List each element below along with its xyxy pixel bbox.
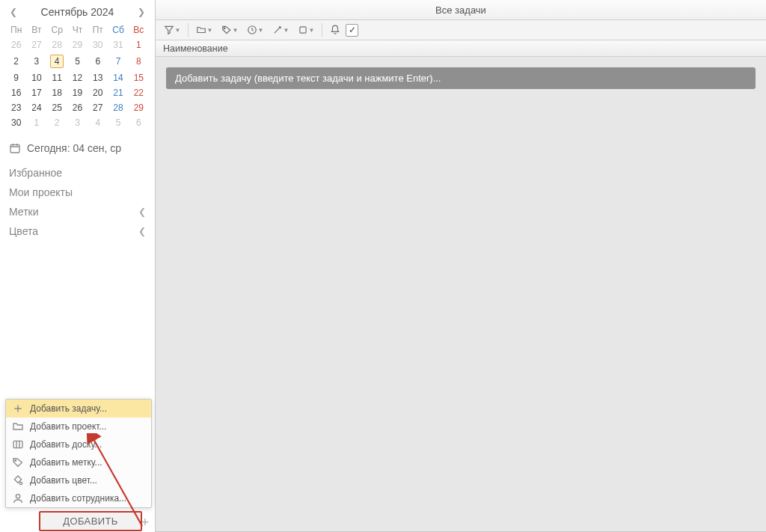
nav-projects[interactable]: Мои проекты: [0, 183, 155, 202]
cal-day[interactable]: 13: [88, 70, 108, 85]
ctx-item-label: Добавить метку...: [30, 457, 102, 468]
cal-day[interactable]: 27: [26, 37, 46, 52]
column-header[interactable]: Наименование: [156, 40, 766, 57]
nav-tags[interactable]: Метки ❮: [0, 202, 155, 221]
time-button[interactable]: ▼: [243, 22, 267, 38]
svg-point-2: [15, 459, 16, 461]
caret-down-icon: ▼: [258, 27, 264, 34]
cal-day[interactable]: 1: [26, 115, 46, 130]
cal-day[interactable]: 4: [47, 52, 67, 70]
cal-prev[interactable]: ❮: [6, 7, 21, 17]
cal-day[interactable]: 19: [67, 85, 88, 100]
cal-day[interactable]: 31: [108, 37, 128, 52]
bell-button[interactable]: [326, 22, 344, 38]
cal-day[interactable]: 30: [6, 115, 26, 130]
cal-day[interactable]: 7: [108, 52, 128, 70]
cal-day[interactable]: 25: [47, 100, 67, 115]
cal-day[interactable]: 6: [88, 52, 108, 70]
calendar: ❮ Сентябрь 2024 ❯ ПнВтСрЧтПтСбВс 2627282…: [0, 0, 155, 135]
cal-day[interactable]: 24: [26, 100, 46, 115]
cal-day[interactable]: 5: [108, 115, 128, 130]
add-task-input[interactable]: Добавить задачу (введите текст задачи и …: [166, 67, 756, 89]
board-icon: [12, 438, 24, 450]
task-area: Добавить задачу (введите текст задачи и …: [156, 57, 766, 531]
cal-day[interactable]: 26: [6, 37, 26, 52]
chevron-left-icon: ❮: [138, 226, 146, 236]
cal-day[interactable]: 28: [108, 100, 128, 115]
cal-day[interactable]: 5: [67, 52, 88, 70]
cal-day[interactable]: 14: [108, 70, 128, 85]
square-icon: [298, 25, 308, 35]
today-label: Сегодня: 04 сен, ср: [27, 142, 121, 154]
cal-day[interactable]: 10: [26, 70, 46, 85]
caret-down-icon: ▼: [233, 27, 239, 34]
ctx-item-4[interactable]: Добавить цвет...: [6, 471, 151, 489]
tag-button[interactable]: ▼: [218, 22, 242, 38]
cal-day[interactable]: 28: [47, 37, 67, 52]
shape-button[interactable]: ▼: [294, 22, 318, 38]
svg-point-4: [16, 495, 19, 498]
cal-day[interactable]: 18: [47, 85, 67, 100]
cal-day[interactable]: 30: [88, 37, 108, 52]
folder-icon: [12, 421, 24, 432]
cal-dow: Ср: [47, 22, 67, 37]
cal-day[interactable]: 6: [129, 115, 149, 130]
sidebar: ❮ Сентябрь 2024 ❯ ПнВтСрЧтПтСбВс 2627282…: [0, 0, 156, 532]
ctx-item-label: Добавить задачу...: [30, 403, 107, 414]
cal-day[interactable]: 21: [108, 85, 128, 100]
tag-icon: [221, 25, 232, 35]
cal-day[interactable]: 3: [67, 115, 88, 130]
caret-down-icon: ▼: [284, 27, 289, 34]
cal-day[interactable]: 3: [26, 52, 46, 70]
cal-day[interactable]: 9: [6, 70, 26, 85]
cal-dow: Вт: [26, 22, 46, 37]
cal-day[interactable]: 4: [88, 115, 108, 130]
clock-icon: [247, 25, 257, 35]
cal-day[interactable]: 1: [129, 37, 149, 52]
cal-day[interactable]: 2: [47, 115, 67, 130]
cal-day[interactable]: 20: [88, 85, 108, 100]
cal-day[interactable]: 27: [88, 100, 108, 115]
today-link[interactable]: Сегодня: 04 сен, ср: [0, 135, 155, 162]
cal-day[interactable]: 23: [6, 100, 26, 115]
folder-button[interactable]: ▼: [192, 22, 216, 38]
tag-icon: [12, 456, 24, 468]
ctx-item-2[interactable]: Добавить доску...: [6, 435, 151, 453]
user-icon: [12, 492, 24, 504]
add-button[interactable]: ДОБАВИТЬ: [39, 511, 142, 531]
ctx-item-label: Добавить сотрудника...: [30, 493, 126, 504]
nav-favorites[interactable]: Избранное: [0, 163, 155, 183]
cal-dow: Пн: [6, 22, 26, 37]
cal-day[interactable]: 11: [47, 70, 67, 85]
cal-day[interactable]: 16: [6, 85, 26, 100]
check-toggle[interactable]: ✓: [346, 24, 358, 37]
ctx-item-label: Добавить доску...: [30, 439, 102, 450]
cal-day[interactable]: 2: [6, 52, 26, 70]
svg-point-3: [19, 482, 22, 484]
cal-day[interactable]: 15: [129, 70, 149, 85]
ctx-item-3[interactable]: Добавить метку...: [6, 453, 151, 471]
cal-day[interactable]: 12: [67, 70, 88, 85]
magic-button[interactable]: ▼: [269, 22, 292, 38]
main-pane: Все задачи ▼ ▼ ▼ ▼ ▼ ▼ ✓: [156, 0, 766, 532]
ctx-item-1[interactable]: Добавить проект...: [6, 418, 151, 435]
cal-day[interactable]: 22: [129, 85, 149, 100]
cal-day[interactable]: 29: [129, 100, 149, 115]
filter-button[interactable]: ▼: [160, 22, 184, 38]
svg-rect-0: [10, 144, 19, 153]
cal-day[interactable]: 8: [129, 52, 149, 70]
cal-day[interactable]: 26: [67, 100, 88, 115]
add-plus-icon[interactable]: +: [138, 516, 152, 529]
folder-icon: [196, 25, 206, 35]
cal-day[interactable]: 17: [26, 85, 46, 100]
ctx-item-5[interactable]: Добавить сотрудника...: [6, 489, 151, 507]
cal-dow: Сб: [108, 22, 128, 37]
wand-icon: [272, 25, 283, 35]
cal-day[interactable]: 29: [67, 37, 88, 52]
bell-icon: [330, 25, 340, 35]
ctx-item-label: Добавить цвет...: [30, 475, 97, 486]
ctx-item-0[interactable]: Добавить задачу...: [6, 400, 151, 418]
main-title: Все задачи: [156, 0, 766, 20]
nav-colors[interactable]: Цвета ❮: [0, 221, 155, 241]
cal-next[interactable]: ❯: [134, 7, 149, 17]
